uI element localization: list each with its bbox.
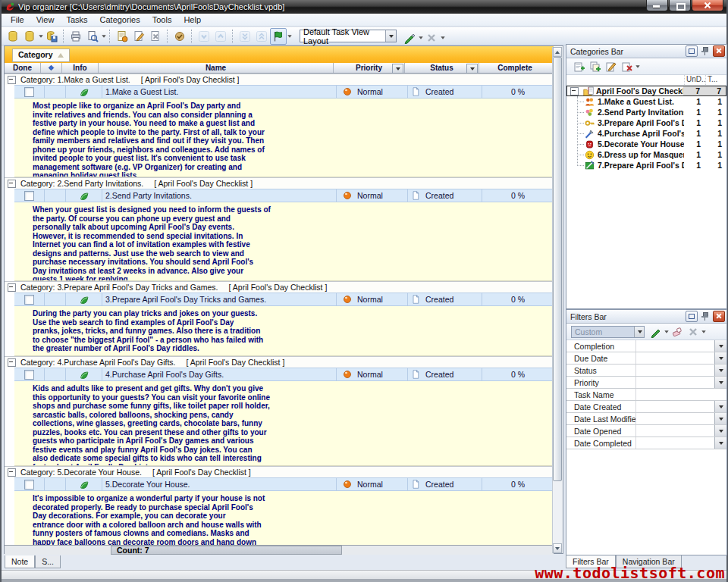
filter-dropdown-icon[interactable]	[714, 401, 726, 412]
task-row[interactable]: 3.Prepare April Fool's Day Tricks and Ga…	[14, 293, 554, 306]
filter-dropdown-icon[interactable]	[714, 352, 726, 364]
filter-value-field[interactable]	[636, 352, 714, 364]
move-up-icon[interactable]	[212, 28, 229, 45]
print-dropdown-icon[interactable]	[102, 35, 105, 38]
filter-value-field[interactable]	[636, 413, 714, 424]
filter-value-field[interactable]	[636, 340, 714, 352]
filter-dropdown-icon[interactable]	[714, 425, 726, 436]
column-name[interactable]: Name	[99, 63, 334, 73]
task-name-cell[interactable]: 3.Prepare April Fool's Day Tricks and Ga…	[102, 293, 337, 305]
tree-item[interactable]: 2.Send Party Invitations.11	[566, 107, 726, 117]
move-down-icon[interactable]	[196, 28, 212, 45]
group-header-row[interactable]: Category: 4.Purchase April Fool's Day Gi…	[5, 356, 554, 368]
collapse-group-icon[interactable]	[8, 76, 16, 84]
minimize-button[interactable]	[646, 0, 668, 11]
status-filter-dropdown-icon[interactable]	[466, 64, 478, 73]
task-status-cell[interactable]: Created	[408, 368, 482, 380]
tree-item[interactable]: 1.Make a Guest List.11	[566, 96, 726, 107]
task-priority-cell[interactable]: Normal	[337, 86, 408, 98]
scroll-up-icon[interactable]	[553, 47, 562, 57]
task-status-cell[interactable]: Created	[408, 478, 482, 490]
tree-item[interactable]: 6.Dress up for Masquerade.11	[566, 149, 726, 160]
filter-value-field[interactable]	[636, 365, 714, 376]
filter-value-field[interactable]	[636, 401, 714, 412]
filter-value-field[interactable]	[636, 389, 726, 400]
new-category-icon[interactable]	[587, 58, 603, 74]
task-done-checkbox[interactable]	[24, 191, 34, 201]
task-priority-cell[interactable]: Normal	[337, 478, 408, 490]
task-priority-cell[interactable]: Normal	[337, 368, 408, 380]
grid-vertical-scrollbar[interactable]	[552, 47, 563, 553]
menu-tools[interactable]: Tools	[146, 14, 178, 25]
task-priority-cell[interactable]: Normal	[337, 189, 408, 202]
task-row[interactable]: 1.Make a Guest List.NormalCreated0 %	[14, 85, 554, 99]
tree-collapse-icon[interactable]	[570, 87, 579, 95]
filter-dropdown-icon[interactable]	[714, 340, 726, 352]
filter-preset-combo[interactable]: Custom	[571, 326, 645, 338]
tree-root-item[interactable]: April Fool's Day Checklist77	[566, 86, 726, 96]
filter-dropdown-icon[interactable]	[714, 365, 726, 376]
maximize-button[interactable]	[669, 0, 691, 11]
filters-close-icon[interactable]	[713, 311, 725, 322]
filters-restore-icon[interactable]	[686, 311, 698, 322]
tree-item[interactable]: 4.Purchase April Fool's Day11	[566, 128, 726, 139]
recent-database-dropdown-icon[interactable]	[39, 35, 42, 38]
panel-pin-icon[interactable]	[699, 45, 711, 57]
menu-tasks[interactable]: Tasks	[60, 14, 93, 25]
categories-toolbar-overflow-icon[interactable]	[635, 65, 639, 68]
group-header-row[interactable]: Category: 5.Decorate Your House.[ April …	[5, 466, 554, 477]
column-complete[interactable]: Complete	[479, 63, 551, 73]
save-layout-icon[interactable]	[401, 30, 418, 46]
task-status-cell[interactable]: Created	[408, 189, 482, 202]
tree-column-total[interactable]: T...	[705, 75, 726, 85]
remove-filter-icon[interactable]	[685, 324, 701, 340]
panel-close-icon[interactable]	[713, 45, 725, 57]
task-done-checkbox[interactable]	[24, 87, 34, 97]
filters-toolbar-overflow-icon[interactable]	[701, 330, 705, 333]
tab-note[interactable]: Note	[5, 555, 35, 568]
task-status-cell[interactable]: Created	[408, 86, 482, 98]
task-name-cell[interactable]: 4.Purchase April Fool's Day Gifts.	[102, 368, 337, 380]
group-header-row[interactable]: Category: 3.Prepare April Fool's Day Tri…	[5, 281, 554, 293]
tab-s[interactable]: S...	[35, 555, 61, 568]
menu-categories[interactable]: Categories	[94, 14, 146, 25]
apply-filter-dropdown-icon[interactable]	[664, 330, 668, 333]
edit-category-icon[interactable]	[603, 58, 619, 74]
open-database-icon[interactable]	[5, 28, 21, 45]
column-done[interactable]: Done	[5, 63, 41, 73]
column-info[interactable]: Info	[62, 63, 99, 73]
priority-filter-dropdown-icon[interactable]	[392, 64, 403, 73]
task-row[interactable]: 2.Send Party Invitations.NormalCreated0 …	[14, 189, 554, 202]
task-name-cell[interactable]: 2.Send Party Invitations.	[102, 189, 337, 202]
task-done-checkbox[interactable]	[24, 480, 34, 490]
layout-combo[interactable]: Default Task View Layout	[300, 30, 397, 42]
task-name-cell[interactable]: 5.Decorate Your House.	[102, 478, 337, 490]
collapse-group-icon[interactable]	[8, 358, 16, 367]
delete-category-icon[interactable]	[619, 58, 635, 74]
delete-task-icon[interactable]	[147, 28, 164, 45]
complete-task-icon[interactable]	[171, 28, 188, 45]
menu-help[interactable]: Help	[177, 14, 207, 25]
view-mode-dropdown-icon[interactable]	[287, 35, 291, 38]
scrollbar-thumb[interactable]	[553, 57, 562, 481]
group-header-row[interactable]: Category: 2.Send Party Invitations.[ Apr…	[5, 177, 554, 189]
collapse-group-icon[interactable]	[8, 468, 16, 477]
task-done-checkbox[interactable]	[24, 295, 34, 305]
save-database-icon[interactable]	[43, 28, 60, 45]
filters-pin-icon[interactable]	[699, 311, 711, 322]
task-done-checkbox[interactable]	[24, 370, 34, 380]
filter-value-field[interactable]	[636, 437, 714, 449]
task-row[interactable]: 5.Decorate Your House.NormalCreated0 %	[14, 477, 554, 491]
layout-combo-dropdown-icon[interactable]	[385, 30, 396, 42]
task-priority-cell[interactable]: Normal	[337, 293, 408, 305]
filter-value-field[interactable]	[636, 425, 714, 436]
tree-item[interactable]: 7.Prepare April Fool's Day F11	[566, 160, 726, 171]
task-name-cell[interactable]: 1.Make a Guest List.	[102, 86, 337, 98]
tree-item[interactable]: 3.Prepare April Fool's Day T11	[566, 117, 726, 128]
filter-preset-dropdown-icon[interactable]	[634, 327, 644, 337]
print-preview-icon[interactable]	[84, 28, 101, 45]
scroll-down-icon[interactable]	[553, 543, 562, 553]
panel-restore-icon[interactable]	[686, 45, 698, 57]
recent-database-icon[interactable]	[21, 28, 38, 45]
menu-file[interactable]: File	[5, 14, 30, 25]
